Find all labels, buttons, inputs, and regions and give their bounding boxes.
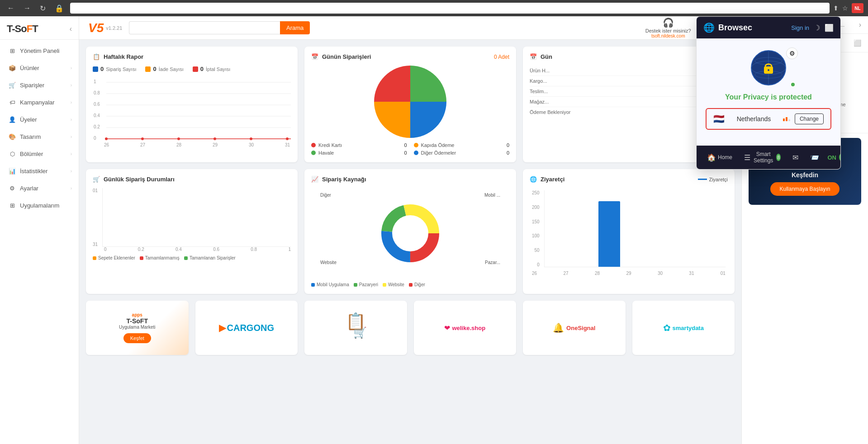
gear-settings-button[interactable]: ⚙: [786, 47, 798, 59]
iptal-stat: 0 İptal Sayısı: [193, 66, 231, 72]
sidebar-item-ayarlar[interactable]: ⚙ Ayarlar ›: [0, 179, 79, 197]
svg-text:31: 31: [285, 142, 290, 147]
cargong-app[interactable]: ▶ CARGONG: [195, 301, 298, 355]
diger-value: 0: [507, 150, 509, 156]
ziyaretci-legend-label: Ziyaretçi: [709, 177, 728, 182]
nav-label-tasarim: Tasarım: [20, 133, 67, 140]
telegram-button[interactable]: 📨: [806, 151, 823, 164]
havale-label: Havale: [318, 150, 334, 156]
change-location-button[interactable]: Change: [795, 113, 824, 124]
smartydata-icon: ✿: [663, 322, 671, 333]
vpn-toggle-button[interactable]: [839, 152, 841, 163]
smartydata-logo: ✿ smartydata: [663, 322, 704, 333]
siparisler-title: Günün Siparişleri: [322, 53, 371, 60]
svg-point-15: [213, 137, 216, 140]
tsoft-market-content: apps T-SoFT Uygulama Marketi Keşfet: [119, 312, 156, 343]
order-app[interactable]: 📋 🛒: [304, 301, 407, 355]
kapida-label: Kapıda Ödeme: [421, 142, 455, 148]
back-button[interactable]: ←: [5, 2, 17, 14]
kesifet-button[interactable]: Keşfet: [123, 333, 151, 343]
nav-label-kampanyalar: Kampanyalar: [20, 99, 67, 106]
browsec-extension-button[interactable]: NL: [852, 3, 863, 13]
smarty-button[interactable]: Kullanmaya Başlayın: [770, 182, 839, 196]
moon-icon[interactable]: ☽: [814, 24, 820, 32]
nav-label-istatistikler: İstatistikler: [20, 168, 67, 175]
y-label-01: 01: [93, 188, 98, 193]
siparisler-badge: 0 Adet: [494, 54, 509, 60]
sidebar: T-SoFT ‹ ⊞ Yönetim Paneli 📦 Ürünler › 🛒 …: [0, 16, 79, 444]
sidebar-item-urunler[interactable]: 📦 Ürünler ›: [0, 59, 79, 76]
support-link[interactable]: 🎧 Destek ister misiniz? tsoft.nildesk.co…: [645, 17, 691, 38]
expand-button[interactable]: ›: [859, 21, 861, 29]
iade-stat: 0 İade Sayısı: [145, 66, 183, 72]
sidebar-item-uygulamalarim[interactable]: ⊞ Uygulamalarım: [0, 197, 79, 214]
forward-button[interactable]: →: [21, 2, 33, 14]
sidebar-collapse-button[interactable]: ‹: [70, 25, 72, 33]
legend-kapida: Kapıda Ödeme 0: [414, 142, 510, 148]
siparis-kaynagi-header: 📈 Sipariş Kaynağı: [311, 176, 509, 183]
svg-text:0.2: 0.2: [94, 124, 100, 129]
donut-chart-svg: [379, 202, 442, 265]
version-expand-btn[interactable]: ⬜: [854, 39, 861, 47]
url-bar[interactable]: [70, 3, 830, 14]
smartydata-app[interactable]: ✿ smartydata: [632, 301, 735, 355]
cart-icon: 🛒: [8, 81, 16, 89]
onesignal-app[interactable]: 🔔 OneSignal: [523, 301, 626, 355]
gunluk-chart: [102, 188, 291, 247]
y-200: 200: [532, 205, 540, 210]
brush-icon: 🎨: [8, 132, 16, 141]
refresh-button[interactable]: ↻: [37, 2, 48, 14]
sidebar-item-siparisler[interactable]: 🛒 Siparişler ›: [0, 76, 79, 94]
svg-text:0.6: 0.6: [94, 102, 100, 107]
gun-item-label-4: Mağaz...: [530, 99, 549, 104]
bar-28: [598, 201, 621, 267]
welike-label: welike.shop: [452, 325, 485, 331]
legend-diger-kaynagi: Diğer: [409, 282, 425, 287]
sepete-sq: [93, 256, 96, 260]
gun-title: Gün: [541, 53, 552, 60]
signal-bar-3: [788, 119, 790, 121]
search-input[interactable]: [129, 21, 280, 34]
sidebar-item-kampanyalar[interactable]: 🏷 Kampanyalar ›: [0, 94, 79, 111]
trend-icon: 📈: [311, 176, 318, 183]
sidebar-item-uyeler[interactable]: 👤 Üyeler ›: [0, 111, 79, 128]
browsec-popup-header: 🌐 Browsec Sign in ☽ ⬜: [697, 17, 840, 38]
legend-mobil: Mobil Uygulama: [311, 282, 349, 287]
diger-dot: [414, 151, 418, 155]
home-label: Home: [718, 154, 732, 161]
search-button[interactable]: Arama: [280, 21, 310, 34]
sidebar-item-yonetim-paneli[interactable]: ⊞ Yönetim Paneli: [0, 42, 79, 59]
gun-item-label-5: Ödeme Bekleniyor: [530, 109, 571, 115]
donut-label-mobil: Mobil ...: [484, 193, 500, 198]
svg-text:0.4: 0.4: [94, 113, 100, 118]
diger-label: Diğer Ödemeler: [421, 150, 456, 156]
smart-settings-button[interactable]: ☰ Smart Settings 8: [740, 149, 784, 165]
share-icon[interactable]: ⬆: [833, 5, 839, 12]
sidebar-item-bolumler[interactable]: ⬡ Bölümler ›: [0, 145, 79, 162]
email-button[interactable]: ✉: [789, 151, 802, 164]
sidebar-nav: ⊞ Yönetim Paneli 📦 Ürünler › 🛒 Siparişle…: [0, 40, 79, 444]
siparis-kaynagi-card: 📈 Sipariş Kaynağı Diğer Mobil ... Websit…: [304, 169, 516, 294]
svg-point-16: [250, 137, 252, 140]
kredi-value: 0: [404, 142, 407, 148]
home-nav-button[interactable]: 🏠 Home: [703, 151, 736, 164]
smartydata-label: smartydata: [673, 325, 704, 331]
ziyaretci-card: 🌐 Ziyaretçi Ziyaretçi 250 200 150 100: [523, 169, 735, 294]
sidebar-item-tasarim[interactable]: 🎨 Tasarım ›: [0, 128, 79, 145]
chart-icon: 📊: [8, 167, 16, 175]
star-icon[interactable]: ☆: [842, 5, 848, 12]
support-url: tsoft.nildesk.com: [651, 33, 685, 38]
browsec-sign-in-link[interactable]: Sign in: [791, 24, 809, 31]
sidebar-item-istatistikler[interactable]: 📊 İstatistikler ›: [0, 162, 79, 179]
mobil-sq: [311, 283, 315, 287]
tsoft-market-app[interactable]: apps T-SoFT Uygulama Marketi Keşfet: [86, 301, 189, 355]
window-icon[interactable]: ⬜: [825, 24, 834, 32]
welike-app[interactable]: ❤ welike.shop: [414, 301, 517, 355]
browser-chrome: ← → ↻ 🔒 ⬆ ☆ NL: [0, 0, 868, 16]
kapida-value: 0: [507, 142, 509, 148]
user-icon: 👤: [8, 115, 16, 123]
svg-text:0: 0: [94, 136, 96, 141]
svg-point-30: [392, 215, 428, 251]
red-dot: [193, 66, 198, 72]
x-29: 29: [626, 271, 631, 276]
